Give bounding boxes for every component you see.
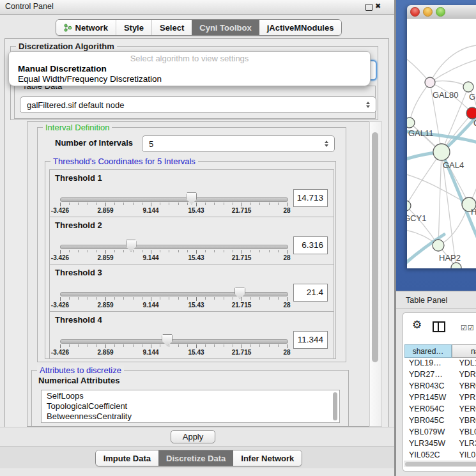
attribute-list-item[interactable]: SelfLoops [42,390,339,401]
threshold-value-field[interactable]: 21.4 [293,284,328,302]
network-node-gal4[interactable] [433,144,450,160]
gear-icon[interactable]: ⚙ [412,318,422,332]
zoom-light-icon[interactable] [436,7,445,17]
cell-name[interactable]: YLR3 [453,439,476,450]
threshold-slider-thumb[interactable] [126,240,137,252]
threshold-value-field[interactable]: 11.344 [293,331,328,349]
node-label: HAP2 [439,253,461,263]
table-horizontal-scrollbar[interactable] [404,461,476,467]
table-row[interactable]: YDR27…YDR2 [404,370,476,381]
network-window-titlebar[interactable] [407,5,476,19]
network-edge [407,152,441,206]
tab-select[interactable]: Select [151,20,192,35]
table-row[interactable]: YER054CYER0 [404,404,476,416]
cell-name[interactable]: YER0 [453,404,476,416]
threshold-slider-track[interactable] [60,245,288,249]
close-light-icon[interactable] [410,7,420,17]
threshold-value-field[interactable]: 14.713 [293,189,328,207]
tab-cyni-toolbox[interactable]: Cyni Toolbox [192,20,259,35]
cell-name[interactable]: YBL0 [453,427,476,439]
cell-shared-name[interactable]: YER054C [404,404,453,416]
axis-tick-label: 28 [283,254,290,261]
network-node-c[interactable] [466,107,476,119]
network-node-g[interactable] [463,82,473,92]
threshold-slider-track[interactable] [60,292,288,296]
table-row[interactable]: YBL079WYBL0 [404,427,476,439]
tab-infer-network[interactable]: Infer Network [233,450,302,466]
minor-tick [178,203,179,205]
network-node-gal80[interactable] [425,77,435,88]
network-view-window[interactable]: GAL80GCGAL11GAL4HGCY1HAP2 [407,5,476,268]
column-header-shared-name[interactable]: shared… [404,344,452,358]
attributes-group: Attributes to discretize Numerical Attri… [31,370,349,427]
column-header-name[interactable]: name [452,344,476,358]
node-label: H [471,207,476,217]
cell-shared-name[interactable]: YBR045C [404,416,453,427]
minor-tick [160,344,160,347]
cell-shared-name[interactable]: YBL079W [404,427,453,439]
column-checkboxes-icon[interactable]: ☑☑ [461,324,475,332]
threshold-value-field[interactable]: 6.316 [293,236,328,254]
cell-shared-name[interactable]: YPR145W [404,393,453,404]
cell-name[interactable]: YIL0 [453,450,476,461]
dropdown-option-manual-discretization[interactable]: Manual Discretization [18,64,107,73]
threshold-slider-thumb[interactable] [234,287,245,299]
cell-name[interactable]: YDR2 [453,370,476,381]
axis-tick-label: 21.715 [232,207,252,214]
network-node-hap2[interactable] [433,240,444,251]
threshold-slider-thumb[interactable] [186,192,197,204]
network-node-gal11[interactable] [407,118,415,128]
cell-name[interactable]: YPR1 [453,393,476,404]
table-row[interactable]: YDL19…YDL1 [404,358,476,370]
table-hscrollbar-thumb[interactable] [405,462,476,466]
major-tick [151,297,151,301]
attribute-list-item[interactable]: TopologicalCoefficient [42,401,339,411]
table-row[interactable]: YPR145WYPR1 [404,393,476,404]
major-tick [105,250,106,254]
tab-jactivemnodules[interactable]: jActiveMNodules [259,20,342,35]
attribute-list-item[interactable]: BetweennessCentrality [42,411,339,421]
axis-tick-label: 2.859 [97,302,113,309]
threshold-slider-thumb[interactable] [162,334,173,346]
interval-definition-group-title: Interval Definition [43,123,112,132]
split-view-icon[interactable] [433,321,445,332]
cell-shared-name[interactable]: YDL19… [404,358,453,370]
minor-tick [133,297,134,300]
cell-shared-name[interactable]: YIL052C [404,450,453,461]
float-window-icon[interactable] [365,4,372,11]
table-row[interactable]: YLR345WYLR3 [404,439,476,450]
table-row[interactable]: YBR043CYBR0 [404,381,476,393]
cell-name[interactable]: YBR0 [453,416,476,427]
settings-scrollbar-thumb[interactable] [372,132,378,362]
network-node-gcy1[interactable] [407,201,411,211]
tab-network[interactable]: Network [56,20,116,35]
minor-tick [123,250,124,252]
table-row[interactable]: YIL052CYIL0 [404,450,476,461]
tab-impute-data[interactable]: Impute Data [96,450,158,466]
number-of-intervals-combobox[interactable]: 5 [142,135,335,152]
tab-style[interactable]: Style [116,20,151,35]
threshold-slider-track[interactable] [60,197,288,202]
table-row[interactable]: YBR045CYBR0 [404,416,476,427]
major-tick [105,297,106,301]
attributes-list-scrollbar[interactable] [333,392,337,420]
cell-shared-name[interactable]: YBR043C [404,381,453,393]
numerical-attributes-list[interactable]: SelfLoopsTopologicalCoefficientBetweenne… [41,390,340,423]
network-canvas[interactable]: GAL80GCGAL11GAL4HGCY1HAP2 [407,19,476,268]
axis-tick-label: 15.43 [188,302,204,309]
tab-discretize-data[interactable]: Discretize Data [158,450,233,466]
settings-vertical-scrollbar[interactable] [369,121,382,427]
dropdown-option-equal-width-frequency[interactable]: Equal Width/Frequency Discretization [18,74,162,84]
table-data-combobox[interactable]: galFiltered.sif default node [20,96,376,113]
close-icon[interactable]: ✖ [375,2,381,10]
axis-tick-label: 21.715 [232,302,252,309]
apply-button[interactable]: Apply [171,430,215,443]
minor-tick [187,297,188,300]
network-edge [469,155,476,204]
cell-name[interactable]: YBR0 [453,381,476,393]
cell-shared-name[interactable]: YLR345W [404,439,453,450]
cell-name[interactable]: YDL1 [453,358,476,370]
minimize-light-icon[interactable] [423,7,433,17]
threshold-slider-track[interactable] [60,339,288,344]
cell-shared-name[interactable]: YDR27… [404,370,453,381]
